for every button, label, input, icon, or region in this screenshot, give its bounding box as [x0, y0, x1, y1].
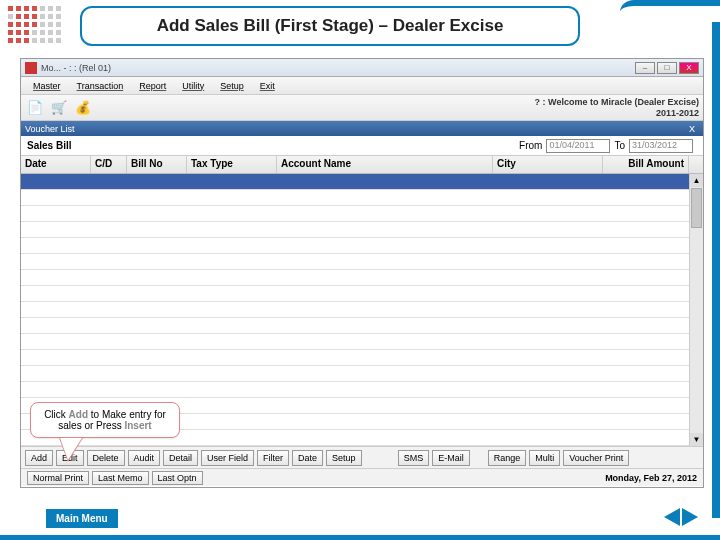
last-optn-button[interactable]: Last Optn: [152, 471, 203, 485]
app-icon: [25, 62, 37, 74]
scroll-up-icon[interactable]: ▲: [690, 174, 703, 187]
col-date[interactable]: Date: [21, 156, 91, 173]
table-row[interactable]: [21, 382, 689, 398]
welcome-text: ? : Welcome to Miracle (Dealer Excise) 2…: [535, 97, 699, 119]
menu-setup[interactable]: Setup: [220, 81, 244, 91]
normal-print-button[interactable]: Normal Print: [27, 471, 89, 485]
menu-master[interactable]: Master: [33, 81, 61, 91]
slide-title: Add Sales Bill (First Stage) – Dealer Ex…: [80, 6, 580, 46]
table-row[interactable]: [21, 254, 689, 270]
callout-tail: [60, 438, 82, 460]
voucher-list-title: Voucher List: [25, 124, 75, 134]
setup-button[interactable]: Setup: [326, 450, 362, 466]
prev-arrow-icon[interactable]: [664, 508, 680, 526]
table-row[interactable]: [21, 350, 689, 366]
toolbar: 📄 🛒 💰 ? : Welcome to Miracle (Dealer Exc…: [21, 95, 703, 121]
status-date: Monday, Feb 27, 2012: [605, 473, 697, 483]
menu-bar: Master Transaction Report Utility Setup …: [21, 77, 703, 95]
date-button[interactable]: Date: [292, 450, 323, 466]
table-row[interactable]: [21, 366, 689, 382]
to-label: To: [614, 140, 625, 151]
scroll-thumb[interactable]: [691, 188, 702, 228]
table-row[interactable]: [21, 286, 689, 302]
userfield-button[interactable]: User Field: [201, 450, 254, 466]
maximize-button[interactable]: □: [657, 62, 677, 74]
col-billno[interactable]: Bill No: [127, 156, 187, 173]
table-row[interactable]: [21, 222, 689, 238]
table-row-selected[interactable]: [21, 174, 689, 190]
from-date-input[interactable]: 01/04/2011: [546, 139, 610, 153]
email-button[interactable]: E-Mail: [432, 450, 470, 466]
action-button-row: Add Edit Delete Audit Detail User Field …: [21, 446, 703, 468]
voucher-print-button[interactable]: Voucher Print: [563, 450, 629, 466]
table-row[interactable]: [21, 302, 689, 318]
column-headers: Date C/D Bill No Tax Type Account Name C…: [21, 156, 703, 174]
voucher-list-titlebar: Voucher List X: [21, 121, 703, 136]
last-memo-button[interactable]: Last Memo: [92, 471, 149, 485]
to-date-input[interactable]: 31/03/2012: [629, 139, 693, 153]
audit-button[interactable]: Audit: [128, 450, 161, 466]
callout-insert: Insert: [124, 420, 151, 431]
col-city[interactable]: City: [493, 156, 603, 173]
col-cd[interactable]: C/D: [91, 156, 127, 173]
col-account[interactable]: Account Name: [277, 156, 493, 173]
col-amount[interactable]: Bill Amount: [603, 156, 689, 173]
voucher-close-icon[interactable]: X: [685, 124, 699, 134]
table-row[interactable]: [21, 238, 689, 254]
filter-button[interactable]: Filter: [257, 450, 289, 466]
toolbar-cart-icon[interactable]: 🛒: [49, 98, 69, 118]
menu-utility[interactable]: Utility: [182, 81, 204, 91]
close-button[interactable]: X: [679, 62, 699, 74]
delete-button[interactable]: Delete: [87, 450, 125, 466]
col-scroll-gutter: [689, 156, 703, 173]
window-title: Mo... - : : (Rel 01): [41, 63, 111, 73]
table-row[interactable]: [21, 334, 689, 350]
next-arrow-icon[interactable]: [682, 508, 698, 526]
menu-report[interactable]: Report: [139, 81, 166, 91]
from-label: From: [519, 140, 542, 151]
table-row[interactable]: [21, 318, 689, 334]
welcome-line2: 2011-2012: [535, 108, 699, 119]
welcome-line1: ? : Welcome to Miracle (Dealer Excise): [535, 97, 699, 108]
scroll-down-icon[interactable]: ▼: [690, 433, 703, 446]
filter-label: Sales Bill: [27, 140, 71, 151]
vertical-scrollbar[interactable]: ▲ ▼: [689, 174, 703, 446]
window-titlebar: Mo... - : : (Rel 01) – □ X: [21, 59, 703, 77]
slide-border-right: [712, 22, 720, 518]
slide-border-top: [620, 0, 720, 30]
status-bar: Normal Print Last Memo Last Optn Monday,…: [21, 468, 703, 486]
detail-button[interactable]: Detail: [163, 450, 198, 466]
slide-border-bottom: [0, 535, 720, 540]
table-row[interactable]: [21, 190, 689, 206]
add-button[interactable]: Add: [25, 450, 53, 466]
minimize-button[interactable]: –: [635, 62, 655, 74]
col-tax[interactable]: Tax Type: [187, 156, 277, 173]
toolbar-doc-icon[interactable]: 📄: [25, 98, 45, 118]
table-row[interactable]: [21, 206, 689, 222]
decorative-dot-grid: [8, 6, 61, 43]
slide-nav: [664, 508, 698, 526]
menu-transaction[interactable]: Transaction: [77, 81, 124, 91]
sms-button[interactable]: SMS: [398, 450, 430, 466]
main-menu-button[interactable]: Main Menu: [46, 509, 118, 528]
slide-title-text: Add Sales Bill (First Stage) – Dealer Ex…: [157, 16, 504, 36]
toolbar-bag-icon[interactable]: 💰: [73, 98, 93, 118]
callout-prefix: Click: [44, 409, 68, 420]
callout-add: Add: [69, 409, 88, 420]
callout-tooltip: Click Add to Make entry for sales or Pre…: [30, 402, 180, 438]
filter-row: Sales Bill From 01/04/2011 To 31/03/2012: [21, 136, 703, 156]
menu-exit[interactable]: Exit: [260, 81, 275, 91]
table-row[interactable]: [21, 270, 689, 286]
multi-button[interactable]: Multi: [529, 450, 560, 466]
range-button[interactable]: Range: [488, 450, 527, 466]
